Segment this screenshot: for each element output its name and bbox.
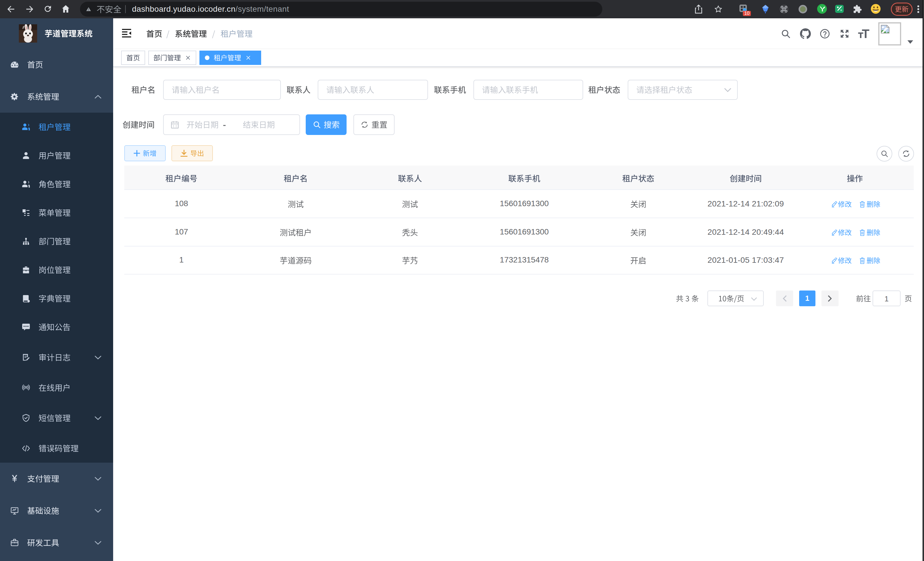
svg-text:10: 10 bbox=[744, 11, 750, 16]
